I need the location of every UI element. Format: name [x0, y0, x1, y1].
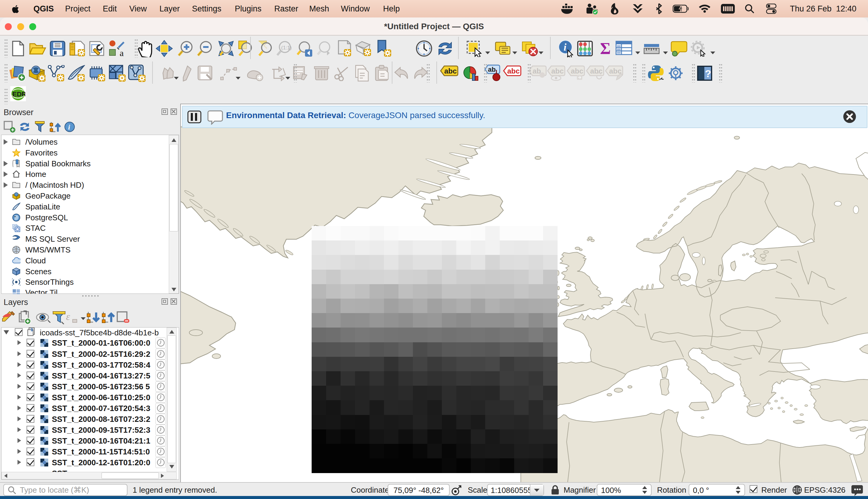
svg-text:ab: ab: [533, 67, 541, 75]
svg-text:EDR: EDR: [12, 90, 25, 98]
svg-text:a: a: [120, 48, 124, 57]
svg-text:abc: abc: [571, 67, 583, 75]
svg-text:abc: abc: [507, 67, 519, 75]
svg-text:abc: abc: [609, 67, 622, 75]
svg-text:?: ?: [705, 68, 711, 79]
svg-text:ab: ab: [488, 66, 496, 73]
svg-text:i: i: [564, 41, 566, 53]
svg-text:abc: abc: [551, 67, 564, 75]
svg-text:ε: ε: [66, 311, 70, 322]
svg-text:abc: abc: [444, 67, 456, 75]
svg-text:i: i: [68, 123, 70, 131]
svg-text:(1:1): (1:1): [281, 45, 292, 51]
svg-text:Σ: Σ: [600, 41, 611, 56]
